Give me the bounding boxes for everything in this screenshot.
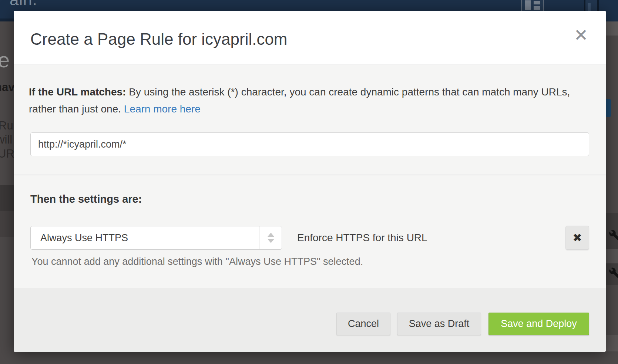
setting-description: Enforce HTTPS for this URL xyxy=(297,226,427,250)
chevron-up-icon xyxy=(268,233,274,237)
setting-select[interactable]: Always Use HTTPS xyxy=(30,226,282,250)
background-blue-button-fragment xyxy=(606,99,611,117)
create-page-rule-modal: Create a Page Rule for icyapril.com ✕ If… xyxy=(14,11,606,352)
setting-note: You cannot add any additional settings w… xyxy=(31,256,363,267)
settings-heading: Then the settings are: xyxy=(30,193,142,205)
background-right-fragments xyxy=(606,0,618,364)
save-and-deploy-button[interactable]: Save and Deploy xyxy=(488,313,589,335)
background-row-divider-fragment xyxy=(606,249,618,263)
modal-header: Create a Page Rule for icyapril.com ✕ xyxy=(14,11,606,64)
modal-title: Create a Page Rule for icyapril.com xyxy=(30,30,288,48)
cancel-button[interactable]: Cancel xyxy=(336,313,390,335)
modal-body: If the URL matches: By using the asteris… xyxy=(14,64,606,288)
background-text-fragment: will xyxy=(0,133,12,146)
background-text-fragment: UR xyxy=(0,147,14,161)
background-band-fragment xyxy=(606,21,618,36)
remove-setting-button[interactable]: ✖ xyxy=(565,226,589,250)
background-bold-text-fragment: nav xyxy=(0,81,14,94)
modal-footer: Cancel Save as Draft Save and Deploy xyxy=(14,288,606,352)
background-left-fragments: e nav Ru will UR xyxy=(0,21,14,364)
learn-more-link[interactable]: Learn more here xyxy=(124,103,201,115)
section-divider xyxy=(14,175,606,175)
chevron-down-icon xyxy=(268,239,274,243)
topbar-text-fragment: ain. xyxy=(10,0,37,9)
close-icon[interactable]: ✕ xyxy=(568,23,594,47)
wrench-icon xyxy=(609,229,618,241)
background-table-header-fragment xyxy=(0,185,14,211)
url-match-description: If the URL matches: By using the asteris… xyxy=(29,84,573,118)
background-letter-fragment: e xyxy=(0,47,10,72)
url-pattern-input[interactable] xyxy=(30,132,589,156)
url-match-lead: If the URL matches: xyxy=(29,86,126,98)
background-band-fragment xyxy=(606,335,618,351)
background-topbar-fragment xyxy=(606,0,618,21)
background-table-row-fragment xyxy=(0,211,14,237)
select-stepper-icon[interactable] xyxy=(259,226,282,249)
background-text-fragment: Ru xyxy=(0,119,13,132)
setting-select-value: Always Use HTTPS xyxy=(40,226,128,249)
page-overlay: ain. e nav Ru will UR Create a Page Ru xyxy=(0,0,618,364)
wrench-icon xyxy=(609,267,618,279)
save-as-draft-button[interactable]: Save as Draft xyxy=(397,313,481,335)
